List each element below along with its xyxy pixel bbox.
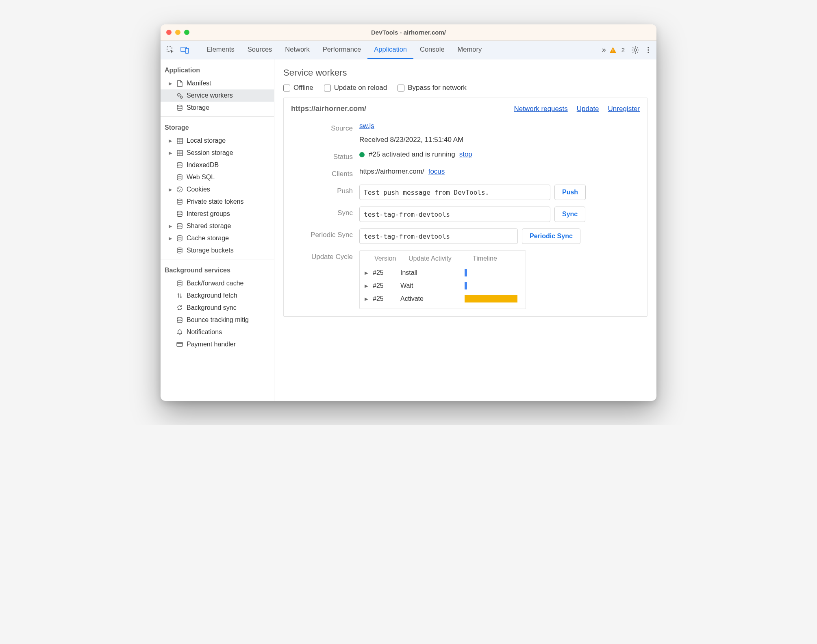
- sidebar-item-label: Bounce tracking mitig: [187, 316, 249, 324]
- unregister-link[interactable]: Unregister: [608, 105, 640, 113]
- label-periodic-sync: Periodic Sync: [291, 228, 359, 239]
- tab-elements[interactable]: Elements: [200, 41, 241, 59]
- offline-checkbox[interactable]: Offline: [283, 84, 313, 92]
- sw-focus-link[interactable]: focus: [428, 168, 445, 176]
- svg-point-16: [177, 187, 183, 192]
- inspect-element-icon[interactable]: [163, 41, 178, 59]
- database-icon: [176, 223, 183, 229]
- device-toolbar-icon[interactable]: [178, 41, 192, 59]
- chevron-right-icon: ▶: [365, 283, 369, 289]
- more-tabs-icon[interactable]: »: [602, 46, 606, 54]
- tab-application[interactable]: Application: [367, 41, 413, 59]
- sidebar-item-indexeddb[interactable]: IndexedDB: [161, 159, 274, 171]
- sidebar-item-interest-groups[interactable]: Interest groups: [161, 208, 274, 220]
- chevron-right-icon: ▶: [169, 236, 173, 241]
- push-button[interactable]: Push: [554, 185, 586, 200]
- tab-sources[interactable]: Sources: [241, 41, 279, 59]
- sidebar-section-application: Application: [161, 62, 274, 77]
- card-icon: [176, 342, 183, 347]
- database-icon: [176, 174, 183, 181]
- label-status: Status: [291, 150, 359, 161]
- sidebar-item-cookies[interactable]: ▶ Cookies: [161, 183, 274, 196]
- uc-header-activity: Update Activity: [408, 255, 469, 262]
- sidebar-item-service-workers[interactable]: Service workers: [161, 89, 274, 102]
- sidebar-item-label: Background sync: [187, 304, 237, 311]
- database-icon: [176, 211, 183, 217]
- status-indicator-icon: [359, 152, 365, 157]
- sidebar-item-notifications[interactable]: Notifications: [161, 326, 274, 338]
- database-icon: [176, 104, 183, 111]
- svg-rect-3: [613, 49, 613, 51]
- main-content[interactable]: Service workers Offline Update on reload…: [274, 59, 656, 401]
- svg-point-10: [180, 96, 182, 98]
- sw-stop-link[interactable]: stop: [459, 150, 472, 159]
- sw-options: Offline Update on reload Bypass for netw…: [283, 84, 648, 92]
- grid-icon: [176, 150, 183, 156]
- sidebar-item-shared-storage[interactable]: ▶ Shared storage: [161, 220, 274, 232]
- svg-point-22: [177, 223, 182, 225]
- sync-button[interactable]: Sync: [554, 207, 585, 222]
- sidebar-item-label: Background fetch: [187, 292, 237, 299]
- svg-point-24: [177, 248, 182, 249]
- svg-rect-4: [613, 51, 613, 52]
- sw-source-link[interactable]: sw.js: [359, 122, 374, 130]
- sidebar-item-cache-storage[interactable]: ▶ Cache storage: [161, 232, 274, 244]
- timeline-marker: [465, 282, 467, 289]
- sidebar-item-storage[interactable]: Storage: [161, 102, 274, 114]
- panel-tabs: Elements Sources Network Performance App…: [200, 41, 488, 59]
- periodic-sync-button[interactable]: Periodic Sync: [522, 228, 580, 244]
- sidebar-item-label: Back/forward cache: [187, 280, 244, 287]
- svg-point-26: [177, 317, 182, 319]
- sidebar-item-label: Cookies: [187, 186, 210, 193]
- sidebar-item-manifest[interactable]: ▶ Manifest: [161, 77, 274, 89]
- database-icon: [176, 280, 183, 287]
- update-on-reload-checkbox[interactable]: Update on reload: [324, 84, 387, 92]
- svg-rect-2: [185, 48, 189, 53]
- chevron-right-icon: ▶: [169, 224, 173, 229]
- database-icon: [176, 247, 183, 254]
- sidebar-item-background-sync[interactable]: Background sync: [161, 302, 274, 314]
- sidebar-item-storage-buckets[interactable]: Storage buckets: [161, 244, 274, 257]
- bypass-for-network-checkbox[interactable]: Bypass for network: [398, 84, 467, 92]
- sw-origin: https://airhorner.com/: [291, 104, 366, 113]
- tab-memory[interactable]: Memory: [451, 41, 489, 59]
- sidebar-item-label: Storage buckets: [187, 247, 234, 254]
- page-title: Service workers: [283, 67, 648, 78]
- uc-header-timeline: Timeline: [473, 255, 521, 262]
- tab-console[interactable]: Console: [413, 41, 451, 59]
- sidebar-item-bounce-tracking[interactable]: Bounce tracking mitig: [161, 314, 274, 326]
- sidebar-item-bfcache[interactable]: Back/forward cache: [161, 277, 274, 289]
- network-requests-link[interactable]: Network requests: [514, 105, 567, 113]
- database-icon: [176, 317, 183, 323]
- periodic-sync-input[interactable]: [359, 228, 518, 244]
- update-link[interactable]: Update: [577, 105, 599, 113]
- update-cycle-row[interactable]: ▶ #25 Install: [365, 266, 521, 279]
- panel-body: Application ▶ Manifest Service workers S…: [161, 59, 656, 401]
- sidebar-item-background-fetch[interactable]: Background fetch: [161, 289, 274, 302]
- sidebar-item-label: IndexedDB: [187, 161, 219, 169]
- gears-icon: [176, 92, 183, 99]
- update-cycle-row[interactable]: ▶ #25 Activate: [365, 292, 521, 305]
- chevron-right-icon: ▶: [365, 270, 369, 276]
- sidebar-item-private-state-tokens[interactable]: Private state tokens: [161, 196, 274, 208]
- label-source: Source: [291, 122, 359, 133]
- sidebar-item-session-storage[interactable]: ▶ Session storage: [161, 147, 274, 159]
- sidebar-item-label: Manifest: [187, 80, 211, 87]
- timeline-marker: [465, 269, 467, 276]
- sidebar-item-local-storage[interactable]: ▶ Local storage: [161, 135, 274, 147]
- warnings-icon[interactable]: [609, 46, 617, 54]
- settings-icon[interactable]: [631, 46, 639, 54]
- push-input[interactable]: [359, 185, 550, 200]
- update-cycle-row[interactable]: ▶ #25 Wait: [365, 279, 521, 292]
- sidebar-item-payment-handler[interactable]: Payment handler: [161, 338, 274, 350]
- label-update-cycle: Update Cycle: [291, 250, 359, 261]
- tab-network[interactable]: Network: [278, 41, 316, 59]
- warning-count[interactable]: 2: [621, 46, 625, 53]
- sync-input[interactable]: [359, 207, 550, 222]
- kebab-menu-icon[interactable]: [645, 46, 652, 54]
- sw-received: Received 8/23/2022, 11:51:40 AM: [359, 136, 640, 144]
- tab-performance[interactable]: Performance: [316, 41, 367, 59]
- sw-client-url: https://airhorner.com/: [359, 168, 424, 176]
- application-sidebar[interactable]: Application ▶ Manifest Service workers S…: [161, 59, 274, 401]
- sidebar-item-websql[interactable]: Web SQL: [161, 171, 274, 183]
